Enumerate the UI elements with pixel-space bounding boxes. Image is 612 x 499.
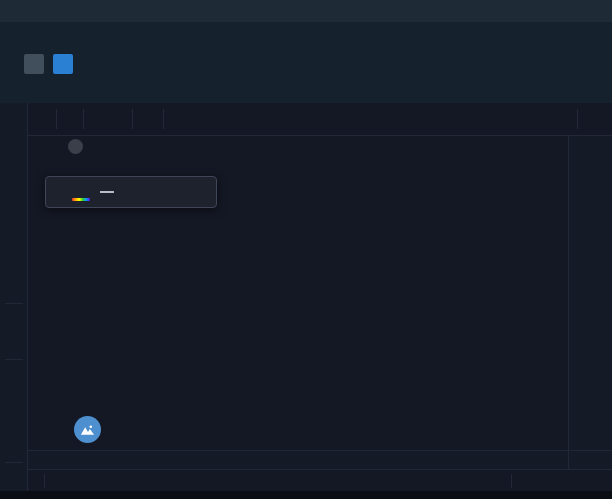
axis-settings-corner	[568, 450, 612, 469]
chart-button[interactable]	[24, 54, 44, 74]
zoom-in-tool-icon[interactable]	[5, 335, 23, 352]
brush-tool-icon[interactable]	[5, 184, 23, 201]
tab-bar	[0, 78, 612, 104]
drawing-properties-toolbar	[45, 176, 217, 208]
delete-drawing-icon[interactable]	[183, 184, 200, 201]
stay-drawing-mode-icon[interactable]	[5, 391, 23, 408]
window-title-bar	[0, 0, 612, 22]
drag-handle-icon[interactable]	[52, 184, 62, 201]
compare-button[interactable]	[88, 110, 128, 128]
undo-icon[interactable]	[168, 110, 186, 128]
color-rainbow-bar	[72, 198, 90, 201]
follow-button[interactable]	[53, 54, 73, 74]
fibonacci-tool-icon[interactable]	[5, 160, 23, 177]
time-axis[interactable]	[28, 450, 568, 469]
crosshair-tool-icon[interactable]	[5, 113, 23, 130]
circle-plus-icon	[96, 110, 114, 128]
emoji-tool-icon[interactable]	[5, 278, 23, 295]
go-to-date-icon[interactable]	[51, 473, 66, 488]
magnet-tool-icon[interactable]	[5, 367, 23, 384]
price-axis[interactable]	[568, 136, 612, 450]
drawing-toolbar	[0, 103, 28, 491]
lock-drawing-icon[interactable]	[156, 184, 173, 201]
pattern-tool-icon[interactable]	[5, 231, 23, 248]
line-width-button[interactable]	[100, 191, 119, 193]
snapshot-marker-button[interactable]	[74, 416, 101, 443]
stock-chart-window	[0, 0, 612, 499]
chart-legend[interactable]	[45, 139, 115, 154]
redo-icon[interactable]	[186, 110, 204, 128]
chart-toolbar	[28, 103, 612, 136]
measure-tool-icon[interactable]	[5, 311, 23, 328]
prediction-tool-icon[interactable]	[5, 255, 23, 272]
symbol-row	[0, 50, 612, 78]
fullscreen-icon[interactable]	[551, 110, 569, 128]
remove-drawings-icon[interactable]	[5, 471, 23, 488]
company-header	[0, 22, 612, 50]
volume-legend[interactable]	[45, 156, 51, 168]
color-picker-button[interactable]	[72, 183, 90, 201]
chart-region	[28, 103, 612, 491]
pencil-icon	[74, 183, 89, 197]
text-tool-icon[interactable]	[5, 207, 23, 224]
lock-drawings-icon[interactable]	[5, 415, 23, 432]
mountain-icon	[80, 424, 95, 436]
chart-style-icon[interactable]	[61, 110, 79, 128]
hide-drawings-icon[interactable]	[5, 438, 23, 455]
share-icon[interactable]	[586, 110, 604, 128]
price-chart-canvas[interactable]	[28, 103, 568, 450]
line-sample	[100, 191, 114, 193]
axis-gear-icon[interactable]	[585, 454, 598, 467]
chart-bottom-toolbar	[28, 469, 612, 491]
settings-gear-icon[interactable]	[129, 184, 146, 201]
trend-line-tool-icon[interactable]	[5, 136, 23, 153]
collapse-legend-button[interactable]	[68, 139, 83, 154]
